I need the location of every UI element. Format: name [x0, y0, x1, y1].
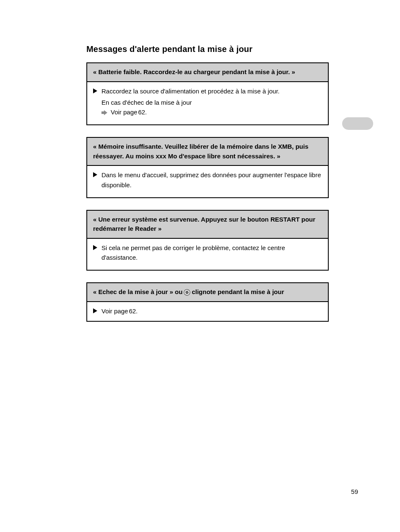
period: .	[145, 107, 147, 117]
alert-header-text: « Batterie faible. Raccordez-le au charg…	[93, 67, 295, 77]
triangle-bullet-icon	[93, 245, 97, 250]
alert-box-low-battery: « Batterie faible. Raccordez-le au charg…	[86, 62, 329, 125]
triangle-bullet-icon	[93, 88, 97, 93]
arrow-right-icon	[101, 110, 107, 115]
triangle-bullet-icon	[93, 172, 97, 177]
see-page-prefix: Voir page	[111, 107, 137, 117]
alert-action-text: Si cela ne permet pas de corriger le pro…	[101, 243, 322, 263]
alert-header: « Batterie faible. Raccordez-le au charg…	[87, 63, 328, 82]
content-area: Messages d'alerte pendant la mise à jour…	[86, 44, 329, 333]
alert-header-post: clignote pendant la mise à jour	[192, 287, 284, 297]
see-page-prefix: Voir page	[101, 306, 128, 316]
alert-box-system-error: « Une erreur système est survenue. Appuy…	[86, 210, 329, 271]
side-tab	[342, 117, 373, 130]
alert-note-text: En cas d'échec de la mise à jour	[101, 98, 322, 107]
period: .	[136, 306, 138, 316]
alert-see-page-row: Voir page 62 .	[93, 107, 322, 117]
alert-header-pre: « Echec de la mise à jour » ou	[93, 287, 182, 297]
alert-action-row: Si cela ne permet pas de corriger le pro…	[93, 243, 322, 263]
alert-body: Si cela ne permet pas de corriger le pro…	[87, 239, 328, 270]
page-link[interactable]: 62	[129, 306, 136, 316]
alert-body: Raccordez la source d'alimentation et pr…	[87, 82, 328, 125]
alert-action-row: Dans le menu d'accueil, supprimez des do…	[93, 170, 322, 190]
page: Messages d'alerte pendant la mise à jour…	[0, 0, 400, 532]
alert-header: « Echec de la mise à jour » ou clignote …	[87, 283, 328, 302]
triangle-bullet-icon	[93, 308, 97, 313]
alert-action-text: Dans le menu d'accueil, supprimez des do…	[101, 170, 322, 190]
alert-header: « Mémoire insuffisante. Veuillez libérer…	[87, 138, 328, 166]
alert-box-memory: « Mémoire insuffisante. Veuillez libérer…	[86, 137, 329, 198]
alert-header-text: « Mémoire insuffisante. Veuillez libérer…	[93, 142, 322, 161]
alert-body: Dans le menu d'accueil, supprimez des do…	[87, 166, 328, 197]
alert-action-text: Raccordez la source d'alimentation et pr…	[101, 86, 322, 96]
alert-header: « Une erreur système est survenue. Appuy…	[87, 211, 328, 239]
alert-action-row: Raccordez la source d'alimentation et pr…	[93, 86, 322, 96]
page-link[interactable]: 62	[138, 107, 145, 117]
alert-see-page-row: Voir page 62 .	[93, 306, 322, 316]
alert-body: Voir page 62 .	[87, 302, 328, 321]
alert-header-text: « Une erreur système est survenue. Appuy…	[93, 215, 322, 234]
refresh-icon	[183, 289, 191, 296]
alert-note-row: En cas d'échec de la mise à jour	[93, 98, 322, 107]
alert-box-update-failed: « Echec de la mise à jour » ou clignote …	[86, 282, 329, 322]
page-number: 59	[351, 488, 358, 495]
section-title: Messages d'alerte pendant la mise à jour	[86, 44, 329, 54]
